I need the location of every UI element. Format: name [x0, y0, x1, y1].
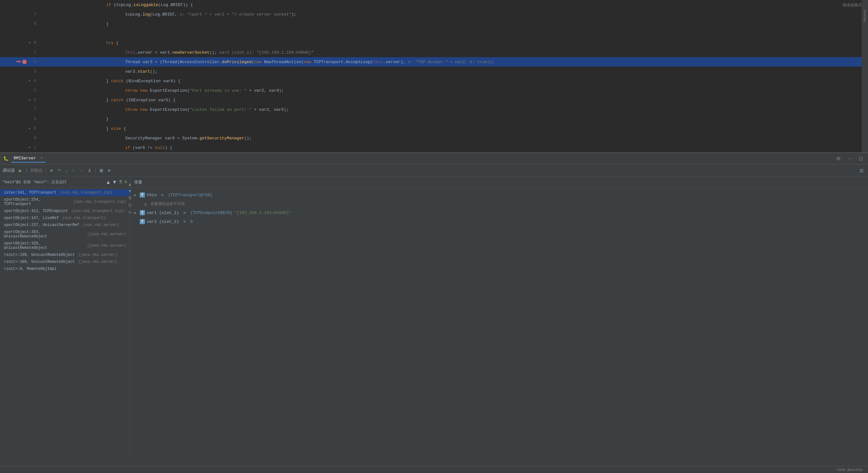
var-row-this: ▶ f this = {TCPTransport@758}	[134, 191, 864, 199]
code-content: var3.start();	[41, 69, 868, 74]
fold-icon[interactable]: ▼	[29, 98, 31, 102]
frame-location: xportObject:412, TCPEndpoint	[4, 209, 68, 213]
frames-btn[interactable]: ⊞	[97, 167, 105, 174]
more-btn[interactable]: ∞	[127, 209, 133, 215]
debug-minimize-btn[interactable]: −	[846, 155, 853, 163]
line-gutter: 4 ▼	[0, 79, 41, 83]
show-frames-btn[interactable]: ≡	[48, 167, 55, 174]
breakpoint-indicator[interactable]	[22, 60, 27, 64]
evaluate-btn[interactable]: ≡	[106, 167, 112, 174]
var-icon-field: f	[140, 210, 145, 215]
fold-icon[interactable]: ▼	[29, 41, 31, 45]
stack-frame-item[interactable]: xportObject:383, UnicastRemoteObject (ja…	[0, 229, 130, 240]
debug-tab-label: RMIServer	[14, 156, 36, 161]
filter-btn[interactable]: ⚗	[118, 179, 123, 185]
line-number: 0	[34, 136, 36, 140]
stack-frame-item[interactable]: <init>:6, RemoteObjImpl	[0, 265, 130, 272]
line-gutter: ⮕ 2	[0, 60, 41, 64]
code-content: SecurityManager var6 = System.getSecurit…	[41, 136, 868, 141]
var-value-var2: 0	[190, 219, 193, 224]
debug-arrow: ⮕	[16, 59, 22, 65]
frame-class: (sun.rmi.transport.tcp)	[71, 200, 126, 204]
stack-frame-item[interactable]: xportObject:254, TCPTransport (sun.rmi.t…	[0, 196, 130, 208]
debug-tab-close[interactable]: ×	[40, 156, 43, 161]
frame-class: (java.rmi.server)	[76, 260, 117, 264]
stack-frame-item[interactable]: xportObject:412, TCPEndpoint (sun.rmi.tr…	[0, 208, 130, 214]
var-icon-field: f	[140, 192, 145, 198]
line-number: 1	[34, 145, 36, 150]
var-key-this: this	[147, 193, 157, 198]
fold-icon[interactable]: ▼	[29, 79, 31, 83]
code-content: Thread var3 = (Thread)AccessController.d…	[41, 60, 868, 64]
line-number: 3	[34, 69, 36, 74]
line-gutter: 8	[0, 22, 41, 26]
force-step-into-btn[interactable]: ⇓	[86, 167, 93, 174]
fold-icon[interactable]: ▼	[29, 127, 31, 131]
current-thread-label: "main"@1 在组 "main": 正在运行	[3, 179, 67, 185]
code-line: 4 ▼ } catch (BindException var4) {	[0, 76, 868, 86]
stack-frame-item[interactable]: xportObject:320, UnicastRemoteObject (ja…	[0, 240, 130, 251]
console-label: 控制台	[31, 168, 43, 173]
line-number: 1	[34, 50, 36, 55]
step-over-btn[interactable]: ↷	[55, 167, 63, 174]
code-line-breakpoint: ⮕ 2 Thread var3 = (Thread)AccessControll…	[0, 57, 868, 67]
scroll-up-btn[interactable]: ▲	[127, 181, 133, 187]
var-key-var2: var2 (slot_2)	[147, 219, 179, 224]
run-to-cursor-btn[interactable]: →	[77, 167, 85, 174]
scroll-down-btn[interactable]: ▼	[127, 188, 133, 194]
copy-btn[interactable]: ⎘	[127, 202, 133, 208]
frame-class: (sun.rmi.transport)	[60, 216, 106, 220]
line-number: 8	[34, 22, 36, 26]
code-line: 5 throw new ExportException("Port alread…	[0, 86, 868, 95]
fold-icon[interactable]: ▼	[29, 146, 31, 149]
debug-expand-btn[interactable]: ⊡	[857, 154, 865, 163]
debug-settings-btn[interactable]: ⚙	[834, 154, 843, 163]
nav-up-btn[interactable]: ▲	[106, 179, 111, 185]
step-into-btn[interactable]: ↓	[64, 167, 69, 174]
stack-frame-item[interactable]: xportObject:147, LiveRef (sun.rmi.transp…	[0, 214, 130, 222]
code-line: 9 ▼ } else {	[0, 124, 868, 133]
variables-title: 变量	[134, 179, 142, 185]
frame-location: xportObject:383, UnicastRemoteObject	[4, 230, 84, 239]
layout-btn[interactable]: ⊡	[858, 167, 865, 174]
line-gutter: 6 ▼	[0, 98, 41, 102]
frame-location: <init>:198, UnicastRemoteObject	[4, 253, 75, 257]
code-content: }	[41, 117, 868, 122]
step-out-btn[interactable]: ↑	[70, 167, 76, 174]
code-content: } catch (BindException var4) {	[41, 79, 868, 83]
var-row-var2: ▶ f var2 (slot_2) = 0	[134, 217, 864, 226]
code-editor: if (tcpLog.isLoggable(Log.BRIEF)) { 7 tc…	[0, 0, 868, 153]
nav-down-btn[interactable]: ▼	[112, 179, 117, 185]
line-number: 4	[34, 79, 36, 83]
frame-location: xportObject:320, UnicastRemoteObject	[4, 241, 84, 250]
frame-location: xportObject:254, TCPTransport	[4, 198, 70, 206]
warning-icon: ⚠	[143, 201, 148, 206]
line-number: 0	[34, 41, 36, 45]
line-gutter: 7	[0, 12, 41, 16]
code-line: 3 var3.start();	[0, 67, 868, 76]
frame-location: <init>:6, RemoteObjImpl	[4, 267, 57, 271]
toolbar-separator-2	[95, 167, 96, 174]
status-right: CSDN @wa1k0g-	[837, 468, 864, 472]
stack-frame-item[interactable]: <init>:198, UnicastRemoteObject (java.rm…	[0, 251, 130, 259]
line-gutter: 8	[0, 117, 41, 121]
code-line: 7 throw new ExportException("Listen fail…	[0, 105, 868, 114]
stack-frame-item[interactable]: xportObject:237, UnicastServerRef (sun.r…	[0, 222, 130, 229]
code-line: 0 ▼ try {	[0, 38, 868, 47]
filter-frame-btn[interactable]: ⚗	[127, 195, 133, 201]
code-content: tcpLog.log(Log.BRIEF, s: "(port " + var2…	[41, 12, 868, 17]
variables-list: ▶ f this = {TCPTransport@758} ⚠ 变量调试信息不可…	[130, 188, 868, 462]
code-line: 8 }	[0, 114, 868, 124]
stack-frame-item[interactable]: isten:341, TCPTransport (sun.rmi.transpo…	[0, 189, 130, 196]
line-gutter: 3	[0, 69, 41, 74]
var-expand-var1[interactable]: ▶	[134, 210, 138, 215]
var-value-var1: {TCPEndpoint@670}	[190, 210, 232, 215]
resume-button[interactable]: ▶	[17, 167, 24, 174]
var-expand-this[interactable]: ▶	[134, 193, 138, 198]
line-gutter: 9 ▼	[0, 126, 41, 131]
var-equals: =	[159, 193, 166, 198]
frame-location: <init>:180, UnicastRemoteObject	[4, 260, 75, 264]
stack-frame-item[interactable]: <init>:180, UnicastRemoteObject (java.rm…	[0, 259, 130, 265]
debug-tab-rmiserver[interactable]: RMIServer ×	[11, 155, 45, 163]
maven-sidebar[interactable]: Maven	[862, 0, 868, 153]
